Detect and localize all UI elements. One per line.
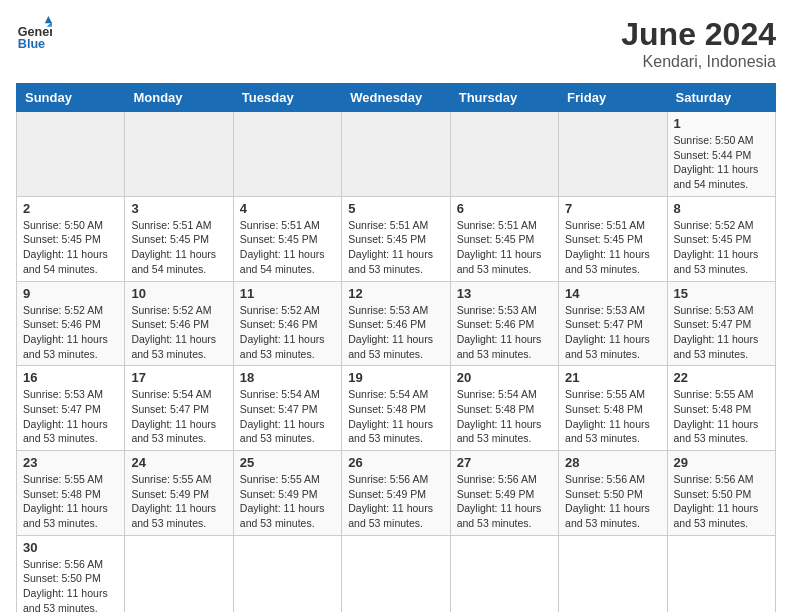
calendar-table: SundayMondayTuesdayWednesdayThursdayFrid… — [16, 83, 776, 612]
calendar-cell: 23Sunrise: 5:55 AM Sunset: 5:48 PM Dayli… — [17, 451, 125, 536]
day-info: Sunrise: 5:51 AM Sunset: 5:45 PM Dayligh… — [565, 218, 660, 277]
day-info: Sunrise: 5:52 AM Sunset: 5:46 PM Dayligh… — [131, 303, 226, 362]
day-info: Sunrise: 5:54 AM Sunset: 5:47 PM Dayligh… — [240, 387, 335, 446]
calendar-cell: 30Sunrise: 5:56 AM Sunset: 5:50 PM Dayli… — [17, 535, 125, 612]
day-number: 17 — [131, 370, 226, 385]
header-saturday: Saturday — [667, 84, 775, 112]
day-info: Sunrise: 5:56 AM Sunset: 5:50 PM Dayligh… — [23, 557, 118, 612]
header-wednesday: Wednesday — [342, 84, 450, 112]
day-number: 13 — [457, 286, 552, 301]
calendar-cell: 5Sunrise: 5:51 AM Sunset: 5:45 PM Daylig… — [342, 196, 450, 281]
week-row-1: 1Sunrise: 5:50 AM Sunset: 5:44 PM Daylig… — [17, 112, 776, 197]
day-info: Sunrise: 5:53 AM Sunset: 5:46 PM Dayligh… — [348, 303, 443, 362]
day-info: Sunrise: 5:56 AM Sunset: 5:50 PM Dayligh… — [565, 472, 660, 531]
week-row-4: 16Sunrise: 5:53 AM Sunset: 5:47 PM Dayli… — [17, 366, 776, 451]
day-info: Sunrise: 5:54 AM Sunset: 5:47 PM Dayligh… — [131, 387, 226, 446]
logo-icon: General Blue — [16, 16, 52, 52]
day-number: 15 — [674, 286, 769, 301]
calendar-cell: 1Sunrise: 5:50 AM Sunset: 5:44 PM Daylig… — [667, 112, 775, 197]
day-number: 28 — [565, 455, 660, 470]
calendar-cell: 4Sunrise: 5:51 AM Sunset: 5:45 PM Daylig… — [233, 196, 341, 281]
calendar-cell: 6Sunrise: 5:51 AM Sunset: 5:45 PM Daylig… — [450, 196, 558, 281]
header-friday: Friday — [559, 84, 667, 112]
day-info: Sunrise: 5:55 AM Sunset: 5:48 PM Dayligh… — [674, 387, 769, 446]
week-row-6: 30Sunrise: 5:56 AM Sunset: 5:50 PM Dayli… — [17, 535, 776, 612]
day-number: 29 — [674, 455, 769, 470]
day-info: Sunrise: 5:55 AM Sunset: 5:48 PM Dayligh… — [565, 387, 660, 446]
calendar-cell: 12Sunrise: 5:53 AM Sunset: 5:46 PM Dayli… — [342, 281, 450, 366]
calendar-cell: 26Sunrise: 5:56 AM Sunset: 5:49 PM Dayli… — [342, 451, 450, 536]
svg-marker-2 — [45, 16, 52, 23]
calendar-cell — [125, 535, 233, 612]
header-thursday: Thursday — [450, 84, 558, 112]
day-number: 27 — [457, 455, 552, 470]
day-info: Sunrise: 5:50 AM Sunset: 5:44 PM Dayligh… — [674, 133, 769, 192]
day-number: 11 — [240, 286, 335, 301]
day-number: 8 — [674, 201, 769, 216]
calendar-cell: 14Sunrise: 5:53 AM Sunset: 5:47 PM Dayli… — [559, 281, 667, 366]
calendar-cell — [667, 535, 775, 612]
day-number: 5 — [348, 201, 443, 216]
day-number: 16 — [23, 370, 118, 385]
day-info: Sunrise: 5:51 AM Sunset: 5:45 PM Dayligh… — [457, 218, 552, 277]
calendar-cell: 25Sunrise: 5:55 AM Sunset: 5:49 PM Dayli… — [233, 451, 341, 536]
day-info: Sunrise: 5:53 AM Sunset: 5:46 PM Dayligh… — [457, 303, 552, 362]
day-info: Sunrise: 5:54 AM Sunset: 5:48 PM Dayligh… — [348, 387, 443, 446]
calendar-header-row: SundayMondayTuesdayWednesdayThursdayFrid… — [17, 84, 776, 112]
day-number: 14 — [565, 286, 660, 301]
day-number: 4 — [240, 201, 335, 216]
calendar-cell — [233, 535, 341, 612]
day-number: 3 — [131, 201, 226, 216]
page-title: June 2024 — [621, 16, 776, 53]
header-sunday: Sunday — [17, 84, 125, 112]
header-monday: Monday — [125, 84, 233, 112]
calendar-cell — [559, 535, 667, 612]
day-info: Sunrise: 5:56 AM Sunset: 5:49 PM Dayligh… — [457, 472, 552, 531]
calendar-cell — [450, 112, 558, 197]
logo: General Blue — [16, 16, 52, 52]
day-number: 9 — [23, 286, 118, 301]
calendar-cell: 21Sunrise: 5:55 AM Sunset: 5:48 PM Dayli… — [559, 366, 667, 451]
day-info: Sunrise: 5:52 AM Sunset: 5:46 PM Dayligh… — [240, 303, 335, 362]
day-info: Sunrise: 5:55 AM Sunset: 5:48 PM Dayligh… — [23, 472, 118, 531]
title-block: June 2024 Kendari, Indonesia — [621, 16, 776, 71]
day-number: 7 — [565, 201, 660, 216]
day-info: Sunrise: 5:51 AM Sunset: 5:45 PM Dayligh… — [240, 218, 335, 277]
day-number: 10 — [131, 286, 226, 301]
calendar-cell — [342, 535, 450, 612]
calendar-cell: 11Sunrise: 5:52 AM Sunset: 5:46 PM Dayli… — [233, 281, 341, 366]
day-number: 22 — [674, 370, 769, 385]
calendar-cell — [17, 112, 125, 197]
week-row-3: 9Sunrise: 5:52 AM Sunset: 5:46 PM Daylig… — [17, 281, 776, 366]
day-info: Sunrise: 5:50 AM Sunset: 5:45 PM Dayligh… — [23, 218, 118, 277]
day-info: Sunrise: 5:51 AM Sunset: 5:45 PM Dayligh… — [348, 218, 443, 277]
calendar-cell — [125, 112, 233, 197]
svg-text:Blue: Blue — [18, 37, 45, 51]
day-number: 1 — [674, 116, 769, 131]
day-info: Sunrise: 5:55 AM Sunset: 5:49 PM Dayligh… — [131, 472, 226, 531]
day-number: 18 — [240, 370, 335, 385]
calendar-cell: 24Sunrise: 5:55 AM Sunset: 5:49 PM Dayli… — [125, 451, 233, 536]
day-number: 2 — [23, 201, 118, 216]
day-info: Sunrise: 5:53 AM Sunset: 5:47 PM Dayligh… — [674, 303, 769, 362]
day-number: 12 — [348, 286, 443, 301]
calendar-cell — [450, 535, 558, 612]
calendar-cell — [342, 112, 450, 197]
calendar-cell: 8Sunrise: 5:52 AM Sunset: 5:45 PM Daylig… — [667, 196, 775, 281]
day-info: Sunrise: 5:55 AM Sunset: 5:49 PM Dayligh… — [240, 472, 335, 531]
calendar-cell: 27Sunrise: 5:56 AM Sunset: 5:49 PM Dayli… — [450, 451, 558, 536]
calendar-cell: 13Sunrise: 5:53 AM Sunset: 5:46 PM Dayli… — [450, 281, 558, 366]
calendar-cell: 10Sunrise: 5:52 AM Sunset: 5:46 PM Dayli… — [125, 281, 233, 366]
calendar-cell: 22Sunrise: 5:55 AM Sunset: 5:48 PM Dayli… — [667, 366, 775, 451]
day-number: 21 — [565, 370, 660, 385]
calendar-cell: 18Sunrise: 5:54 AM Sunset: 5:47 PM Dayli… — [233, 366, 341, 451]
calendar-cell: 29Sunrise: 5:56 AM Sunset: 5:50 PM Dayli… — [667, 451, 775, 536]
day-info: Sunrise: 5:52 AM Sunset: 5:45 PM Dayligh… — [674, 218, 769, 277]
calendar-cell: 9Sunrise: 5:52 AM Sunset: 5:46 PM Daylig… — [17, 281, 125, 366]
day-info: Sunrise: 5:56 AM Sunset: 5:49 PM Dayligh… — [348, 472, 443, 531]
day-number: 19 — [348, 370, 443, 385]
day-number: 30 — [23, 540, 118, 555]
week-row-2: 2Sunrise: 5:50 AM Sunset: 5:45 PM Daylig… — [17, 196, 776, 281]
calendar-cell: 28Sunrise: 5:56 AM Sunset: 5:50 PM Dayli… — [559, 451, 667, 536]
day-number: 6 — [457, 201, 552, 216]
